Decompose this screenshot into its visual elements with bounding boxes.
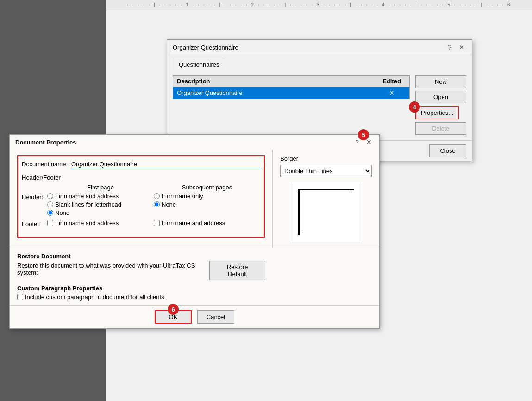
dp-titlebar: Document Properties 5 ? ✕: [10, 135, 379, 150]
hf-footer-subsequent: Firm name and address: [154, 219, 260, 226]
dp-section-highlight: Document name: Header/Footer First page …: [17, 155, 265, 238]
oq-titlebar-buttons: ? ✕: [446, 44, 466, 51]
oq-tab-bar: Questionnaires: [167, 55, 472, 70]
ok-btn-wrapper: 6 OK: [155, 310, 192, 324]
hf-header-row: Header: Firm name and address Blank line…: [22, 193, 260, 218]
border-section-label: Border: [280, 155, 372, 162]
dp-left-panel: Document name: Header/Footer First page …: [10, 150, 273, 248]
radio-blank-lines-first[interactable]: Blank lines for letterhead: [47, 201, 154, 208]
footer-subsequent-checkbox[interactable]: Firm name and address: [154, 219, 260, 226]
dp-right-panel: Border Double Thin Lines Single Line Non…: [273, 150, 379, 248]
dp-name-input[interactable]: [71, 160, 260, 169]
dp-name-row: Document name:: [22, 160, 260, 169]
hf-footer-row: Footer: Firm name and address: [22, 219, 260, 227]
close-button[interactable]: Close: [429, 144, 466, 157]
hf-subsequent-options: Firm name only None: [154, 193, 260, 218]
dp-name-label: Document name:: [22, 161, 68, 168]
step-6-badge: 6: [168, 304, 179, 315]
oq-titlebar: Organizer Questionnaire ? ✕: [167, 40, 472, 55]
restore-default-button[interactable]: Restore Default: [209, 261, 265, 280]
dp-title: Document Properties: [15, 139, 76, 146]
radio-firm-name-address-first[interactable]: Firm name and address: [47, 193, 154, 200]
new-button[interactable]: New: [415, 75, 466, 88]
cpp-section: Custom Paragraph Properties Include cust…: [10, 285, 379, 305]
step-4-badge: 4: [409, 101, 420, 113]
delete-button[interactable]: Delete: [415, 122, 466, 135]
header-label: Header:: [22, 193, 47, 200]
table-row[interactable]: Organizer Questionnaire X: [173, 87, 409, 99]
hf-first-page-options: Firm name and address Blank lines for le…: [47, 193, 154, 218]
dp-restore-section: Restore Document Restore this document t…: [10, 248, 379, 285]
step-5-badge: 5: [358, 129, 369, 140]
ruler-marks: · · · · · | · · · · · 1 · · · · · | · · …: [111, 2, 527, 7]
hf-col-labels: First page Subsequent pages: [47, 184, 260, 191]
col-edited-header: Edited: [378, 78, 406, 85]
hf-footer-options: Firm name and address Firm name and addr…: [47, 219, 260, 226]
oq-table: Description Edited Organizer Questionnai…: [173, 75, 410, 99]
dp-hf-section: Header/Footer First page Subsequent page…: [22, 174, 260, 227]
cpp-checkbox[interactable]: [17, 294, 23, 300]
oq-close-button[interactable]: ✕: [457, 44, 466, 51]
oq-table-header: Description Edited: [173, 76, 409, 87]
dp-help-button[interactable]: ?: [353, 138, 361, 146]
border-inner-line: [301, 192, 351, 232]
radio-none-subsequent[interactable]: None: [154, 201, 260, 208]
oq-left-panel: Description Edited Organizer Questionnai…: [173, 75, 410, 135]
radio-none-first[interactable]: None: [47, 209, 154, 216]
border-preview: [289, 182, 363, 242]
border-select[interactable]: Double Thin Lines Single Line None: [280, 165, 372, 177]
cancel-button[interactable]: Cancel: [197, 310, 234, 324]
first-page-label: First page: [47, 184, 154, 191]
tab-questionnaires[interactable]: Questionnaires: [173, 59, 225, 70]
properties-button[interactable]: Properties...: [415, 106, 459, 119]
cpp-checkbox-label[interactable]: Include custom paragraph in document for…: [17, 294, 372, 301]
restore-title: Restore Document: [17, 253, 372, 260]
hf-title: Header/Footer: [22, 174, 260, 181]
footer-label: Footer:: [22, 219, 47, 227]
footer-first-checkbox[interactable]: Firm name and address: [47, 219, 154, 226]
border-preview-inner: [298, 189, 354, 235]
open-button[interactable]: Open: [415, 91, 466, 103]
dp-bottom-btns: 6 OK Cancel: [10, 305, 379, 328]
dp-dialog: Document Properties 5 ? ✕ Document name:: [9, 134, 380, 329]
radio-firm-name-only-subsequent[interactable]: Firm name only: [154, 193, 260, 200]
oq-title: Organizer Questionnaire: [173, 44, 238, 51]
row-description: Organizer Questionnaire: [177, 89, 378, 96]
subsequent-pages-label: Subsequent pages: [154, 184, 260, 191]
oq-help-button[interactable]: ?: [446, 44, 453, 51]
oq-right-panel: New Open 4 Properties... Delete: [415, 75, 466, 135]
hf-header-options: Firm name and address Blank lines for le…: [47, 193, 260, 218]
row-edited: X: [378, 89, 406, 96]
col-description-header: Description: [177, 78, 378, 85]
hf-footer-first: Firm name and address: [47, 219, 154, 226]
restore-desc: Restore this document to what was provid…: [17, 262, 209, 276]
cpp-title: Custom Paragraph Properties: [17, 285, 372, 292]
oq-content: Description Edited Organizer Questionnai…: [167, 70, 472, 140]
ruler: · · · · · | · · · · · 1 · · · · · | · · …: [106, 0, 532, 10]
cpp-checkbox-text: Include custom paragraph in document for…: [25, 294, 164, 301]
dp-content: Document name: Header/Footer First page …: [10, 150, 379, 248]
